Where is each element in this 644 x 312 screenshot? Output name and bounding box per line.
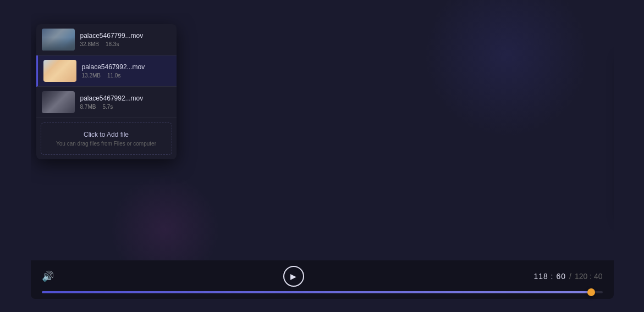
file-item[interactable]: palace5467799...mov 32.8MB 18.3s [36,24,177,55]
file-size: 13.2MB [82,73,101,79]
add-file-button[interactable]: Click to Add file You can drag files fro… [41,122,172,155]
file-info: palace5467992...mov 8.7MB 5.7s [80,94,171,110]
file-name: palace5467992...mov [82,63,171,71]
file-name: palace5467992...mov [80,94,171,102]
file-meta: 32.8MB 18.3s [80,41,171,47]
progress-bar[interactable] [42,291,603,293]
file-meta: 13.2MB 11.0s [82,73,171,79]
file-meta: 8.7MB 5.7s [80,104,171,110]
file-info: palace5467992...mov 13.2MB 11.0s [82,63,171,79]
file-thumbnail [42,29,75,51]
add-file-subtitle: You can drag files from Files or compute… [47,141,166,147]
player-controls: 🔊 ▶ 118 : 60 / 120 : 40 [31,260,614,299]
file-size: 32.8MB [80,41,99,47]
file-panel: palace5467799...mov 32.8MB 18.3s palace5… [36,24,177,159]
video-section: palace5467799...mov 32.8MB 18.3s palace5… [31,13,614,260]
file-item[interactable]: palace5467992...mov 13.2MB 11.0s [36,55,177,87]
time-separator: / [569,272,571,281]
file-name: palace5467799...mov [80,32,171,40]
progress-fill [42,291,592,293]
file-size: 8.7MB [80,104,96,110]
volume-button[interactable]: 🔊 [42,270,54,282]
total-time: 120 : 40 [575,272,603,281]
file-thumbnail [43,60,76,82]
file-duration: 5.7s [102,104,113,110]
left-controls: 🔊 [42,270,54,282]
editor-wrapper: palace5467799...mov 32.8MB 18.3s palace5… [31,13,614,299]
progress-thumb[interactable] [587,288,595,296]
file-item[interactable]: palace5467992...mov 8.7MB 5.7s [36,87,177,118]
play-button[interactable]: ▶ [283,266,304,287]
current-time: 118 : 60 [533,272,566,281]
time-display: 118 : 60 / 120 : 40 [533,272,602,281]
file-info: palace5467799...mov 32.8MB 18.3s [80,32,171,47]
controls-row: 🔊 ▶ 118 : 60 / 120 : 40 [42,266,603,287]
file-duration: 11.0s [107,73,120,79]
play-icon: ▶ [290,272,296,281]
add-file-title: Click to Add file [47,131,166,138]
file-duration: 18.3s [106,41,119,47]
file-thumbnail [42,91,75,113]
